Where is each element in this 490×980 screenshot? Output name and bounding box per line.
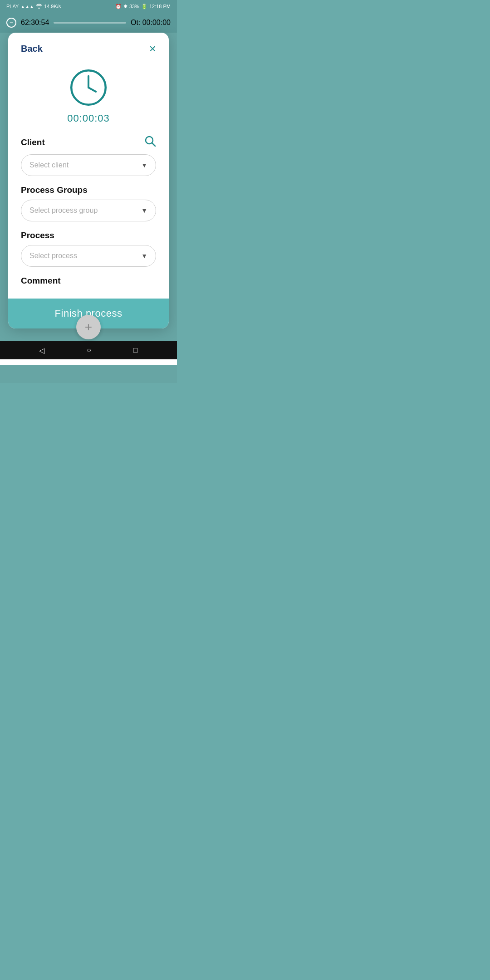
- client-dropdown-placeholder: Select client: [29, 161, 69, 169]
- clock-icon: [68, 67, 109, 108]
- page-wrapper: PLAY ▲▲▲ 14.9K/s ⏰ ✱ 33% 🔋 12:18 PM − 62…: [0, 0, 177, 383]
- process-group-dropdown-arrow: ▼: [141, 207, 147, 214]
- android-home-button[interactable]: ○: [87, 346, 91, 354]
- process-section-header: Process: [21, 230, 156, 240]
- svg-line-4: [152, 143, 155, 146]
- modal-dialog: Back × 00:00:03 Client: [8, 33, 169, 328]
- status-right: ⏰ ✱ 33% 🔋 12:18 PM: [115, 4, 171, 10]
- back-button[interactable]: Back: [21, 44, 43, 54]
- close-button[interactable]: ×: [149, 43, 156, 54]
- process-dropdown[interactable]: Select process ▼: [21, 245, 156, 267]
- battery-text: 33%: [129, 4, 139, 9]
- modal-content: Back × 00:00:03 Client: [8, 33, 169, 299]
- android-back-button[interactable]: ◁: [39, 346, 44, 355]
- status-left: PLAY ▲▲▲ 14.9K/s: [6, 3, 61, 10]
- process-group-dropdown-placeholder: Select process group: [29, 206, 98, 215]
- process-groups-label: Process Groups: [21, 185, 88, 195]
- comment-section-header: Comment: [21, 276, 156, 286]
- fab-button[interactable]: +: [76, 315, 101, 339]
- comment-label: Comment: [21, 276, 61, 285]
- client-search-button[interactable]: [144, 135, 156, 150]
- timer-bar: − 62:30:54 Ot: 00:00:00: [0, 13, 177, 33]
- ot-label: Ot: 00:00:00: [131, 19, 171, 27]
- elapsed-time: 62:30:54: [21, 19, 49, 27]
- speed-text: 14.9K/s: [44, 4, 61, 9]
- process-group-dropdown[interactable]: Select process group ▼: [21, 200, 156, 221]
- process-dropdown-arrow: ▼: [141, 252, 147, 260]
- android-nav-bar: ◁ ○ □: [0, 341, 177, 359]
- progress-bar: [54, 22, 126, 24]
- fab-plus-icon: +: [85, 321, 92, 333]
- wifi-icon: [36, 3, 42, 10]
- android-recents-button[interactable]: □: [133, 346, 138, 354]
- clock-container: 00:00:03: [21, 67, 156, 124]
- svg-line-2: [88, 88, 96, 92]
- modal-header: Back ×: [21, 43, 156, 54]
- process-label: Process: [21, 230, 54, 240]
- alarm-icon: ⏰: [115, 4, 122, 10]
- client-label: Client: [21, 137, 45, 147]
- signal-icon: ▲▲▲: [20, 4, 34, 9]
- process-dropdown-placeholder: Select process: [29, 252, 77, 260]
- status-bar: PLAY ▲▲▲ 14.9K/s ⏰ ✱ 33% 🔋 12:18 PM: [0, 0, 177, 13]
- client-section-header: Client: [21, 135, 156, 150]
- time-text: 12:18 PM: [149, 4, 171, 9]
- battery-icon: 🔋: [141, 4, 147, 10]
- client-dropdown-arrow: ▼: [141, 162, 147, 169]
- process-groups-section-header: Process Groups: [21, 185, 156, 195]
- minus-icon[interactable]: −: [6, 18, 16, 28]
- clock-time-display: 00:00:03: [67, 113, 110, 124]
- client-dropdown[interactable]: Select client ▼: [21, 154, 156, 176]
- bluetooth-icon: ✱: [123, 4, 127, 10]
- status-play-text: PLAY: [6, 4, 19, 9]
- search-icon: [144, 135, 156, 147]
